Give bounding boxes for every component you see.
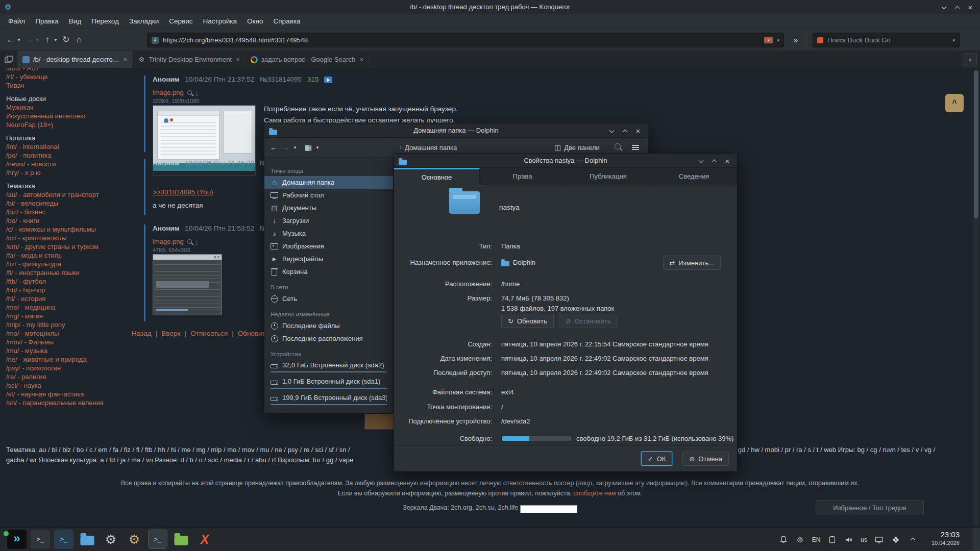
forward-button[interactable]: → bbox=[280, 140, 292, 155]
board-link[interactable]: /hh/ - hip-hop bbox=[6, 286, 135, 294]
system-settings-icon[interactable] bbox=[101, 530, 120, 549]
board-link[interactable]: /po/ - политика bbox=[6, 151, 135, 160]
places-item[interactable]: Видеофайлы bbox=[264, 253, 393, 265]
places-item[interactable]: 32,0 ГиБ Встроенный диск (sda2) bbox=[264, 359, 393, 375]
tab-close-icon[interactable]: × bbox=[124, 56, 128, 63]
board-link[interactable]: /bo/ - книги bbox=[6, 216, 135, 225]
board-link[interactable]: /bi/ - велосипеды bbox=[6, 199, 135, 208]
mirror-input[interactable] bbox=[520, 505, 577, 513]
close-button[interactable]: × bbox=[721, 155, 734, 166]
board-link[interactable]: /sn/ - паранормальные явления bbox=[6, 398, 135, 407]
board-link[interactable]: /mov/ - Фильмы bbox=[6, 338, 135, 346]
tab[interactable]: /b/ - desktop thread дескто…× bbox=[17, 51, 133, 68]
maximize-button[interactable] bbox=[707, 155, 721, 166]
tab-close-icon[interactable]: × bbox=[359, 56, 363, 63]
board-link[interactable]: /au/ - автомобили и транспорт bbox=[6, 190, 135, 199]
status-circle-icon[interactable]: ⊕ bbox=[795, 535, 805, 545]
tab[interactable]: Trinity Desktop Environment× bbox=[133, 51, 245, 68]
board-link[interactable]: /fl/ - иностранные языки bbox=[6, 268, 135, 277]
places-item[interactable]: Документы bbox=[264, 202, 393, 214]
menu-item[interactable]: Настройка bbox=[198, 14, 242, 29]
places-item[interactable]: 1,0 ГиБ Встроенный диск (sda1) bbox=[264, 375, 393, 392]
terminal-app-icon[interactable] bbox=[31, 530, 50, 549]
thread-nav-link[interactable]: Вверх bbox=[161, 330, 181, 337]
zoom-image-icon[interactable] bbox=[187, 239, 192, 244]
menu-item[interactable]: Правка bbox=[30, 14, 64, 29]
hamburger-menu-icon[interactable] bbox=[632, 145, 639, 150]
breadcrumb[interactable]: Домашняя папка bbox=[405, 144, 457, 152]
play-icon[interactable]: ▶ bbox=[324, 77, 332, 83]
forward-dropdown-icon[interactable]: ▾ bbox=[34, 32, 41, 47]
board-link[interactable]: /fa/ - мода и стиль bbox=[6, 251, 135, 260]
footer-boards-left[interactable]: Тематика: au / bi / biz / bo / c / em / … bbox=[6, 446, 350, 454]
new-tab-button[interactable] bbox=[0, 51, 17, 68]
split-view-button[interactable]: ◫ Две панели bbox=[550, 140, 604, 155]
board-link[interactable]: /hi/ - история bbox=[6, 294, 135, 303]
properties-titlebar[interactable]: Свойства nastya — Dolphin × bbox=[394, 154, 737, 168]
refresh-button[interactable]: ↻Обновить bbox=[501, 314, 554, 328]
board-link[interactable]: /ne/ - животные и природа bbox=[6, 355, 135, 364]
maximize-button[interactable] bbox=[618, 125, 631, 136]
places-item[interactable]: Сеть bbox=[264, 292, 393, 305]
board-link[interactable]: /mo/ - мотоциклы bbox=[6, 329, 135, 338]
properties-tab[interactable]: Публикация bbox=[566, 168, 651, 185]
places-item[interactable]: Изображения bbox=[264, 240, 393, 253]
places-item[interactable]: Музыка bbox=[264, 227, 393, 240]
change-app-button[interactable]: ⇄Изменить... bbox=[663, 256, 721, 270]
reply-link[interactable]: >>331814095 (You) bbox=[153, 188, 213, 196]
board-link[interactable]: /c/ - комиксы и мультфильмы bbox=[6, 225, 135, 234]
reload-button[interactable]: ↻ bbox=[59, 32, 72, 47]
board-link[interactable]: /sci/ - наука bbox=[6, 381, 135, 390]
report-link[interactable]: сообщите нам bbox=[573, 490, 616, 497]
places-item[interactable]: Последние файлы bbox=[264, 319, 393, 332]
active-terminal-task-icon[interactable] bbox=[148, 530, 167, 549]
board-link[interactable]: /int/ - international bbox=[6, 142, 135, 151]
download-image-icon[interactable]: ↓ bbox=[195, 90, 199, 95]
settings-gear-icon[interactable] bbox=[125, 530, 144, 549]
menu-item[interactable]: Файл bbox=[3, 14, 30, 29]
url-bar[interactable]: https://2ch.org/b/res/331749548.html#331… bbox=[147, 33, 784, 47]
board-link[interactable]: /mg/ - магия bbox=[6, 312, 135, 320]
scroll-to-top-button[interactable]: ^ bbox=[945, 94, 964, 112]
maximize-button[interactable] bbox=[950, 2, 964, 13]
tab[interactable]: задать вопрос - Google Search× bbox=[246, 51, 369, 68]
menu-item[interactable]: Переход bbox=[86, 14, 124, 29]
board-link[interactable]: /abu/ - АБУ bbox=[6, 68, 135, 72]
places-item[interactable]: Рабочий стол bbox=[264, 189, 393, 202]
board-link[interactable]: NeuroFap (18+) bbox=[6, 120, 135, 129]
network-icon[interactable] bbox=[891, 535, 901, 545]
tab-close-icon[interactable]: × bbox=[236, 56, 240, 63]
view-mode-icon[interactable]: ▦ bbox=[302, 140, 314, 155]
close-tab-button[interactable]: × bbox=[963, 53, 977, 66]
zoom-image-icon[interactable] bbox=[187, 90, 192, 95]
scrollbar-thumb[interactable] bbox=[974, 70, 978, 218]
places-item[interactable]: Корзина bbox=[264, 265, 393, 278]
close-button[interactable]: × bbox=[964, 2, 977, 13]
close-button[interactable]: × bbox=[631, 125, 645, 136]
places-item[interactable]: Загрузки bbox=[264, 214, 393, 227]
thread-nav-link[interactable]: Отписаться bbox=[190, 330, 228, 337]
minimize-button[interactable] bbox=[694, 155, 707, 166]
properties-tab[interactable]: Основное bbox=[394, 168, 480, 185]
places-item[interactable]: Последние расположения bbox=[264, 332, 393, 345]
app-launcher-icon[interactable] bbox=[7, 530, 27, 549]
menu-item[interactable]: Окно bbox=[242, 14, 268, 29]
menu-item[interactable]: Справка bbox=[268, 14, 305, 29]
menu-item[interactable]: Закладки bbox=[124, 14, 164, 29]
keyboard-variant-label[interactable]: us bbox=[861, 536, 867, 543]
properties-tab[interactable]: Сведения bbox=[651, 168, 737, 185]
volume-icon[interactable] bbox=[844, 535, 854, 545]
footer-boards-right[interactable]: gd / hw / mobi / pr / ra / s / t / web И… bbox=[738, 446, 935, 454]
clear-url-icon[interactable]: × bbox=[764, 37, 773, 43]
go-button[interactable]: » bbox=[789, 33, 802, 47]
menu-item[interactable]: Сервис bbox=[164, 14, 198, 29]
properties-tab[interactable]: Права bbox=[480, 168, 566, 185]
konqueror-titlebar[interactable]: ⚙ /b/ - desktop thread десктоп тред рабо… bbox=[0, 0, 980, 14]
minimize-button[interactable] bbox=[605, 125, 618, 136]
search-icon[interactable] bbox=[615, 143, 621, 149]
board-link[interactable]: Мужикач bbox=[6, 103, 135, 112]
stop-button[interactable]: ⊘Остановить bbox=[559, 314, 618, 328]
page-scrollbar[interactable] bbox=[973, 69, 979, 525]
board-link[interactable]: /ftb/ - футбол bbox=[6, 277, 135, 286]
up-dropdown-icon[interactable]: ▾ bbox=[52, 32, 59, 47]
